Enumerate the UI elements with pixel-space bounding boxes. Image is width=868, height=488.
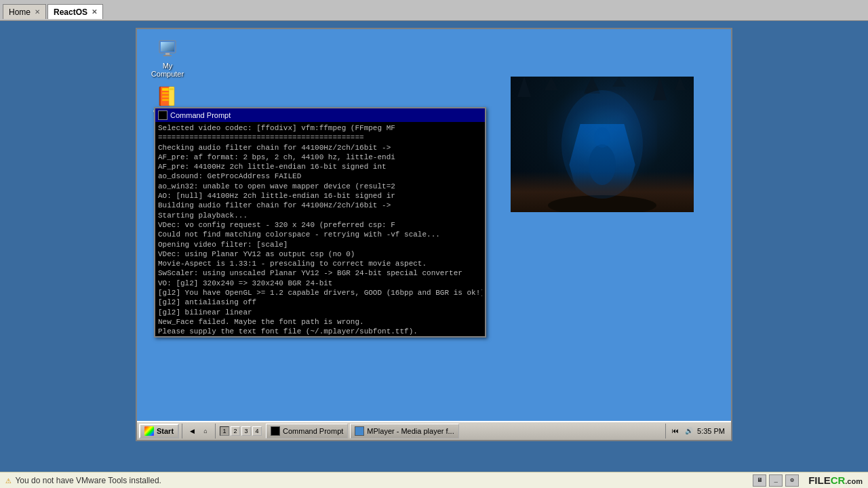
cmd-line-19: [gl2] antialiasing off [158,298,482,307]
my-computer-icon[interactable]: My Computer [144,36,191,80]
taskbar-mplayer-icon [355,426,364,436]
cmd-line-10: Starting playback... [158,211,482,220]
video-area [511,77,694,212]
cmd-line-16: SwScaler: using unscaled Planar YV12 -> … [158,268,482,278]
tab-home[interactable]: Home ✕ [3,4,46,19]
cmd-line-15: Movie-Aspect is 1.33:1 - prescaling to c… [158,259,482,268]
my-computer-label: My Computer [146,62,189,78]
browser-chrome: Home ✕ ReactOS ✕ [0,0,868,21]
taskbar-tray: ⏮ 🔊 5:35 PM [665,424,729,439]
cave-scene [511,77,694,212]
tab-reactos-label: ReactOS [54,7,87,17]
ql-back-icon[interactable]: ◀ [186,425,198,437]
vmware-monitor-icon[interactable]: 🖥 [753,474,766,487]
cmd-line-13: Opening video filter: [scale] [158,240,482,249]
taskbar-mplayer-label: MPlayer - Media player f... [367,427,454,435]
reactos-desktop: My Computer WinRAR Comman [136,28,732,441]
svg-rect-7 [162,88,169,91]
svg-marker-16 [612,77,626,87]
taskbar: Start ◀ ⌂ 1 2 3 4 Command Prompt MPlay [137,421,731,440]
svg-marker-18 [675,77,686,90]
cmd-line-8: AO: [null] 44100Hz 2ch little-endian 16-… [158,191,482,201]
browser-content: My Computer WinRAR Comman [0,21,868,488]
filecr-logo: FILECR.com [808,474,863,486]
svg-rect-3 [165,53,170,55]
cave-svg [511,77,694,212]
svg-marker-14 [545,77,558,90]
tray-back-icon[interactable]: ⏮ [670,426,681,436]
pager-1[interactable]: 1 [220,426,229,436]
quick-launch: ◀ ⌂ [182,424,216,439]
cmd-line-2: ========================================… [158,133,482,142]
tray-volume-icon[interactable]: 🔊 [684,426,694,436]
cmd-window: Command Prompt Selected video codec: [ff… [154,107,486,338]
vmware-minimize-icon[interactable]: _ [769,474,783,487]
pager-3[interactable]: 3 [241,426,251,436]
cmd-line-5: AF_pre: 44100Hz 2ch little-endian 16-bit… [158,162,482,171]
pager-4[interactable]: 4 [252,426,262,436]
svg-marker-17 [653,77,667,100]
start-icon [144,426,154,436]
tab-home-close[interactable]: ✕ [35,8,40,16]
tab-reactos[interactable]: ReactOS ✕ [47,4,103,19]
pager: 1 2 3 4 [220,426,262,436]
cmd-line-21: New_Face failed. Maybe the font path is … [158,317,482,327]
vmware-settings-icon[interactable]: ⚙ [785,474,799,487]
cmd-line-11: VDec: vo config request - 320 x 240 (pre… [158,220,482,230]
tab-reactos-close[interactable]: ✕ [92,8,97,16]
cmd-line-6: ao_dsound: GetProcAddress FAILED [158,171,482,181]
cmd-line-3: Checking audio filter chain for 44100Hz/… [158,143,482,152]
ql-home-icon[interactable]: ⌂ [199,425,212,437]
cmd-line-22: Please supply the text font file (~/.mpl… [158,327,482,336]
taskbar-cmd[interactable]: Command Prompt [266,424,348,439]
pager-2[interactable]: 2 [231,426,240,436]
cmd-titlebar[interactable]: Command Prompt [155,108,485,122]
cmd-titlebar-icon [158,110,167,120]
cmd-line-9: Building audio filter chain for 44100Hz/… [158,201,482,210]
cmd-line-4: AF_pre: af format: 2 bps, 2 ch, 44100 hz… [158,152,482,162]
cmd-line-1: Selected video codec: [ffodivx] vfm:ffmp… [158,123,482,133]
computer-svg [157,38,178,60]
start-label: Start [157,427,174,435]
svg-rect-10 [162,99,169,101]
svg-rect-9 [162,96,169,98]
cmd-line-17: VO: [gl2] 320x240 => 320x240 BGR 24-bit [158,279,482,288]
cmd-line-18: [gl2] You have OpenGL >= 1.2 capable dri… [158,288,482,298]
taskbar-cmd-icon [271,426,280,436]
vmware-bar: ⚠ You do not have VMware Tools installed… [0,472,868,488]
taskbar-cmd-label: Command Prompt [283,427,343,435]
svg-rect-8 [162,92,169,94]
cmd-line-20: [gl2] bilinear linear [158,308,482,317]
start-button[interactable]: Start [139,424,179,439]
svg-marker-13 [517,77,531,97]
cmd-content[interactable]: Selected video codec: [ffodivx] vfm:ffmp… [155,122,485,336]
taskbar-mplayer[interactable]: MPlayer - Media player f... [350,424,458,439]
browser-tabs: Home ✕ ReactOS ✕ [0,0,868,20]
winrar-svg [157,85,178,107]
tray-time: 5:35 PM [697,427,725,435]
vmware-warning-text: You do not have VMware Tools installed. [15,476,161,485]
cmd-title: Command Prompt [170,111,231,119]
cmd-line-12: Could not find matching colorspace - ret… [158,230,482,239]
cmd-line-7: ao_win32: unable to open wave mapper dev… [158,182,482,191]
taskbar-apps: Command Prompt MPlayer - Media player f.… [266,424,663,439]
cmd-line-14: VDec: using Planar YV12 as output csp (n… [158,249,482,259]
tab-home-label: Home [9,7,31,17]
svg-point-21 [589,144,616,185]
vmware-warning-icon: ⚠ [5,474,11,486]
svg-point-22 [594,127,610,148]
vmware-tray-icons: 🖥 _ ⚙ FILECR.com [753,474,863,487]
svg-rect-2 [161,42,174,52]
svg-rect-12 [170,88,174,90]
svg-rect-4 [163,55,172,56]
